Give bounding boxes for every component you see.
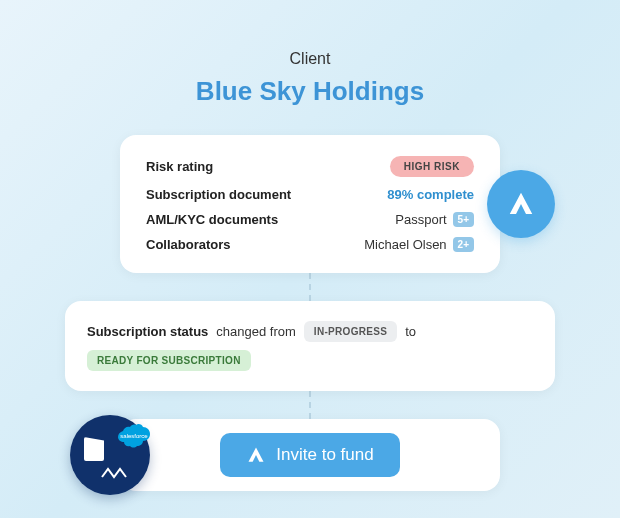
- invite-button-label: Invite to fund: [276, 445, 373, 465]
- aml-kyc-label: AML/KYC documents: [146, 212, 278, 227]
- status-to-pill: READY FOR SUBSCRIPTION: [87, 350, 251, 371]
- client-info-card: Risk rating HIGH RISK Subscription docum…: [120, 135, 500, 273]
- status-text-2: to: [405, 324, 416, 339]
- salesforce-icon: salesforce: [116, 423, 152, 449]
- status-text-1: changed from: [216, 324, 296, 339]
- collaborators-value: Michael Olsen: [364, 237, 446, 252]
- client-label: Client: [290, 50, 331, 68]
- invite-to-fund-button[interactable]: Invite to fund: [220, 433, 399, 477]
- status-bold: Subscription status: [87, 324, 208, 339]
- aml-kyc-value: Passport: [395, 212, 446, 227]
- subscription-doc-value: 89% complete: [387, 187, 474, 202]
- status-card: Subscription status changed from IN-PROG…: [65, 301, 555, 391]
- integrations-circle: salesforce: [70, 415, 150, 495]
- connector-line: [309, 391, 311, 419]
- mountain-icon: [506, 189, 536, 219]
- risk-rating-label: Risk rating: [146, 159, 213, 174]
- aml-kyc-count: 5+: [453, 212, 474, 227]
- subscription-doc-label: Subscription document: [146, 187, 291, 202]
- client-name: Blue Sky Holdings: [196, 76, 424, 107]
- sync-icon: [100, 465, 128, 481]
- risk-badge: HIGH RISK: [390, 156, 474, 177]
- connector-line: [309, 273, 311, 301]
- collaborators-label: Collaborators: [146, 237, 231, 252]
- collaborators-count: 2+: [453, 237, 474, 252]
- status-from-pill: IN-PROGRESS: [304, 321, 397, 342]
- brand-logo-circle: [487, 170, 555, 238]
- action-card: salesforce Invite to fund: [120, 419, 500, 491]
- document-icon: [84, 437, 104, 461]
- mountain-icon: [246, 445, 266, 465]
